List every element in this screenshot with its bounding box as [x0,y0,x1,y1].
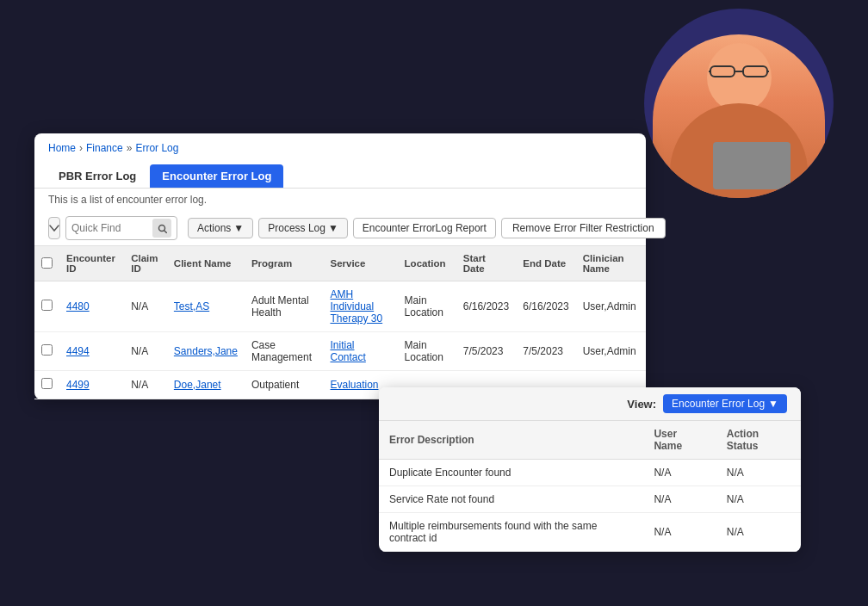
sub-panel-card: View: Encounter Error Log ▼ Error Descri… [379,387,801,552]
table-row: 4480 N/A Test,AS Adult Mental Health AMH… [34,281,646,332]
view-dropdown-value: Encounter Error Log [672,398,765,410]
program-cell: Adult Mental Health [245,281,324,332]
col-location: Location [398,246,456,281]
error-desc-cell: Service Rate not found [379,486,643,513]
col-start-date: Start Date [456,246,517,281]
table-header-row: Encounter ID Claim ID Client Name Progra… [34,246,646,281]
col-error-desc: Error Description [379,421,643,460]
client-name-cell: Sanders,Jane [167,332,245,371]
claim-id-cell: N/A [124,371,167,399]
process-log-button[interactable]: Process Log ▼ [258,218,348,238]
program-cell: Outpatient [245,371,324,399]
encounter-id-link[interactable]: 4480 [66,300,90,312]
error-table-row: Duplicate Encounter found N/A N/A [379,460,801,486]
actions-caret-icon: ▼ [233,222,244,234]
row-checkbox[interactable] [41,300,53,311]
service-cell: AMH Individual Therapy 30 [323,281,397,332]
breadcrumb-sep1: › [79,142,83,154]
location-cell: Main Location [398,281,456,332]
error-table: Error Description User Name Action Statu… [379,421,801,552]
encounter-table: Encounter ID Claim ID Client Name Progra… [34,246,646,399]
client-name-cell: Doe,Janet [167,371,245,399]
client-name-link[interactable]: Test,AS [174,300,209,312]
service-link[interactable]: Evaluation [330,379,378,391]
search-input[interactable] [71,222,149,234]
breadcrumb-error-log[interactable]: Error Log [135,142,178,154]
svg-rect-1 [743,66,767,77]
clinician-cell: User,Admin [576,332,646,371]
col-encounter-id: Encounter ID [59,246,124,281]
col-client-name: Client Name [167,246,245,281]
tab-encounter-active[interactable]: Encounter Error Log [150,164,283,188]
location-cell: Main Location [398,332,456,371]
actions-button[interactable]: Actions ▼ [188,218,253,238]
remove-restriction-button[interactable]: Remove Error Filter Restriction [501,218,666,238]
service-cell: Initial Contact [323,332,397,371]
row-checkbox-cell [34,332,59,371]
encounter-id-cell: 4494 [59,332,124,371]
chevron-down-icon[interactable] [48,217,60,239]
encounter-id-link[interactable]: 4499 [66,379,90,391]
user-name-cell: N/A [643,460,716,486]
col-action-status: Action Status [716,421,801,460]
client-name-cell: Test,AS [167,281,245,332]
view-dropdown[interactable]: Encounter Error Log ▼ [663,394,787,413]
col-user-name: User Name [643,421,716,460]
col-service: Service [323,246,397,281]
select-all-checkbox[interactable] [41,257,53,269]
row-checkbox[interactable] [41,378,53,389]
service-link[interactable]: AMH Individual Therapy 30 [330,288,382,325]
start-date-cell: 6/16/2023 [456,281,517,332]
process-log-caret-icon: ▼ [328,222,338,234]
view-dropdown-caret: ▼ [768,398,778,410]
svg-line-6 [164,231,167,233]
error-table-row: Service Rate not found N/A N/A [379,486,801,513]
table-row: 4494 N/A Sanders,Jane Case Management In… [34,332,646,371]
client-name-link[interactable]: Sanders,Jane [174,345,238,357]
end-date-cell: 6/16/2023 [516,281,575,332]
action-status-cell: N/A [716,460,801,486]
row-checkbox[interactable] [41,344,53,356]
error-table-header: Error Description User Name Action Statu… [379,421,801,460]
col-program: Program [245,246,324,281]
claim-id-cell: N/A [124,281,167,332]
service-link[interactable]: Initial Contact [330,339,365,363]
view-label: View: [627,398,656,411]
clinician-cell: User,Admin [576,281,646,332]
quick-find-wrap [65,216,177,240]
process-log-label: Process Log [268,222,326,234]
error-desc-cell: Duplicate Encounter found [379,460,643,486]
error-table-row: Multiple reimbursements found with the s… [379,513,801,552]
action-status-cell: N/A [716,486,801,513]
breadcrumb-home[interactable]: Home [48,142,76,154]
col-clinician: Clinician Name [576,246,646,281]
table-container: Encounter ID Claim ID Client Name Progra… [34,246,646,399]
svg-rect-0 [710,66,735,77]
encounter-id-link[interactable]: 4494 [66,345,90,357]
breadcrumb: Home › Finance » Error Log [34,133,646,159]
breadcrumb-finance[interactable]: Finance [86,142,123,154]
select-all-header [34,246,59,281]
actions-label: Actions [197,222,231,234]
sub-panel-header: View: Encounter Error Log ▼ [379,387,801,421]
user-name-cell: N/A [643,486,716,513]
claim-id-cell: N/A [124,332,167,371]
action-status-cell: N/A [716,513,801,552]
encounter-report-button[interactable]: Encounter ErrorLog Report [353,218,496,238]
client-name-link[interactable]: Doe,Janet [174,379,221,391]
program-cell: Case Management [245,332,324,371]
error-desc-cell: Multiple reimbursements found with the s… [379,513,643,552]
main-card: Home › Finance » Error Log PBR Error Log… [34,133,646,399]
person-photo [644,9,834,198]
encounter-id-cell: 4499 [59,371,124,399]
tab-pbr[interactable]: PBR Error Log [48,164,146,188]
subtitle: This is a list of encounter error log. [34,189,646,211]
end-date-cell: 7/5/2023 [516,332,575,371]
row-checkbox-cell [34,371,59,399]
search-icon-button[interactable] [152,219,171,238]
encounter-id-cell: 4480 [59,281,124,332]
toolbar: Actions ▼ Process Log ▼ Encounter ErrorL… [34,211,646,246]
breadcrumb-sep2: » [127,142,133,154]
col-end-date: End Date [516,246,575,281]
row-checkbox-cell [34,281,59,332]
